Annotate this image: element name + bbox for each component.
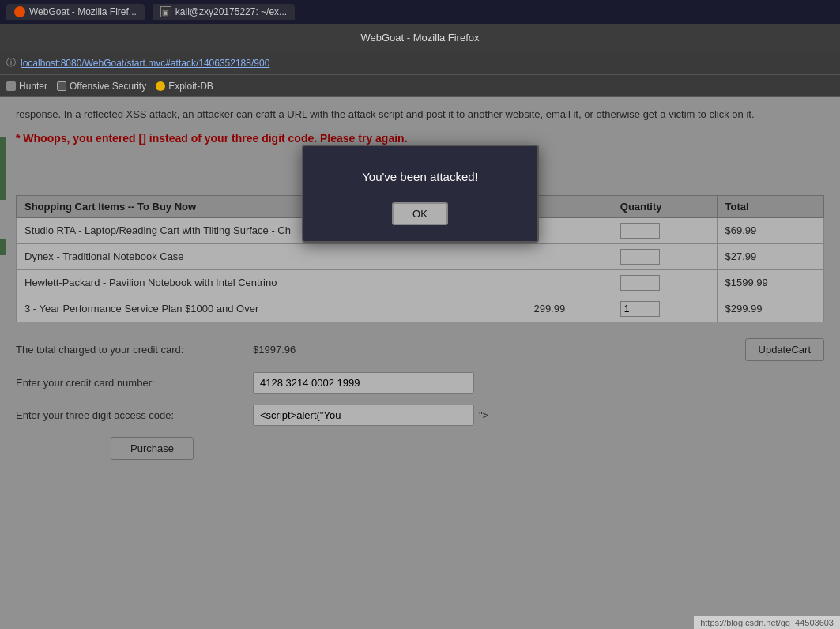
browser-tab[interactable]: WebGoat - Mozilla Firef...	[6, 4, 145, 20]
terminal-icon: ▣	[160, 6, 171, 17]
bookmark-exploit-label: Exploit-DB	[168, 81, 213, 92]
bookmark-hunter[interactable]: Hunter	[6, 81, 47, 92]
modal-ok-button[interactable]: OK	[392, 202, 448, 225]
status-url: https://blog.csdn.net/qq_44503603	[700, 618, 834, 627]
terminal-tab[interactable]: ▣ kali@zxy20175227: ~/ex...	[153, 4, 295, 20]
modal-overlay: You've been attacked! OK	[0, 97, 840, 629]
terminal-tab-label: kali@zxy20175227: ~/ex...	[175, 6, 287, 17]
modal-message: You've been attacked!	[335, 170, 506, 183]
bookmarks-bar: Hunter Offensive Security Exploit-DB	[0, 75, 840, 97]
address-bar: ⓘ localhost:8080/WebGoat/start.mvc#attac…	[0, 51, 840, 75]
bookmark-hunter-label: Hunter	[19, 81, 47, 92]
firefox-icon	[14, 6, 25, 17]
status-bar: https://blog.csdn.net/qq_44503603	[694, 616, 840, 629]
exploit-icon	[156, 81, 165, 91]
modal-dialog: You've been attacked! OK	[302, 145, 539, 243]
os-taskbar: WebGoat - Mozilla Firef... ▣ kali@zxy201…	[0, 0, 840, 24]
browser-chrome: WebGoat - Mozilla Firefox	[0, 24, 840, 51]
page-content: response. In a reflected XSS attack, an …	[0, 97, 840, 629]
info-icon: ⓘ	[6, 56, 16, 70]
bookmark-offensive[interactable]: Offensive Security	[57, 81, 146, 92]
offensive-icon	[57, 81, 66, 91]
address-url[interactable]: localhost:8080/WebGoat/start.mvc#attack/…	[21, 58, 269, 69]
browser-tab-label: WebGoat - Mozilla Firef...	[29, 6, 137, 17]
bookmark-exploit[interactable]: Exploit-DB	[156, 81, 213, 92]
browser-title: WebGoat - Mozilla Firefox	[360, 32, 479, 43]
bookmark-offensive-label: Offensive Security	[70, 81, 146, 92]
hunter-icon	[6, 81, 16, 91]
